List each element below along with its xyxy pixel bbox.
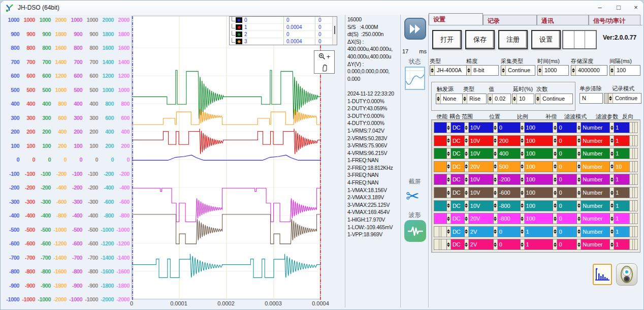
spinner-arrows[interactable] [553, 239, 557, 250]
channel-range[interactable]: 10V [469, 188, 493, 198]
spinner-arrows[interactable] [609, 122, 614, 133]
channel-enable-toggle[interactable] [434, 201, 446, 211]
channel-coupling[interactable]: DC [451, 174, 464, 184]
channel-position[interactable]: 500 [498, 162, 520, 172]
spinner-arrows[interactable] [436, 94, 441, 104]
record-mode-field[interactable]: Continue [608, 93, 641, 104]
spinner-arrows[interactable] [610, 66, 615, 75]
channel-filter-param[interactable]: 1 [614, 188, 629, 198]
channel-invert-toggle[interactable] [629, 122, 637, 133]
spinner-arrows[interactable] [464, 201, 469, 211]
channel-filter-param[interactable]: 1 [614, 227, 629, 237]
channel-filter-mode[interactable]: Number [581, 201, 609, 211]
spinner-arrows[interactable] [493, 148, 498, 159]
spinner-arrows[interactable] [512, 94, 517, 104]
channel-offset[interactable]: 0 [557, 239, 576, 250]
spinner-arrows[interactable] [538, 66, 542, 75]
channel-enable-toggle[interactable] [434, 136, 446, 146]
waveform-button[interactable] [404, 220, 426, 242]
legend-row[interactable]: ◆200 [230, 31, 337, 38]
channel-filter-mode[interactable]: Number [581, 122, 609, 133]
status-thumbnail[interactable] [405, 67, 425, 90]
spinner-arrows[interactable] [493, 174, 498, 184]
spinner-arrows[interactable] [493, 136, 498, 146]
spinner-arrows[interactable] [520, 239, 525, 250]
channel-coupling[interactable]: DC [451, 148, 464, 159]
spinner-arrows[interactable] [464, 136, 469, 146]
channel-position[interactable]: 0 [498, 239, 520, 250]
channel-offset[interactable]: 0 [557, 148, 576, 159]
acq-field-4[interactable]: 4000000 [571, 65, 607, 76]
settings-button[interactable]: 设置 [531, 30, 561, 49]
spinner-arrows[interactable] [493, 213, 498, 224]
channel-enable-toggle[interactable] [434, 188, 446, 198]
spinner-arrows[interactable] [553, 136, 557, 146]
spinner-arrows[interactable] [446, 162, 451, 172]
spinner-arrows[interactable] [464, 174, 469, 184]
channel-offset[interactable]: 0 [557, 174, 576, 184]
spinner-arrows[interactable] [576, 239, 581, 250]
spinner-arrows[interactable] [571, 66, 576, 75]
register-button[interactable]: 注册 [498, 30, 528, 49]
acq-field-2[interactable]: Continue [501, 65, 535, 76]
channel-scale[interactable]: 100 [525, 174, 553, 184]
spinner-arrows[interactable] [493, 201, 498, 211]
spinner-arrows[interactable] [536, 94, 540, 104]
channel-position[interactable]: 400 [498, 148, 520, 159]
spinner-arrows[interactable] [553, 148, 557, 159]
spinner-arrows[interactable] [609, 188, 614, 198]
acq-field-5[interactable]: 100 [609, 65, 640, 76]
spinner-arrows[interactable] [446, 227, 451, 237]
channel-range[interactable]: 2V [469, 239, 493, 250]
channel-filter-mode[interactable]: Number [581, 239, 609, 250]
channel-invert-toggle[interactable] [629, 201, 637, 211]
trigger-field-4[interactable]: Continue [535, 94, 573, 104]
tab-settings[interactable]: 设置 [429, 13, 483, 25]
maximize-button[interactable]: □ [610, 2, 627, 13]
spinner-arrows[interactable] [520, 213, 525, 224]
channel-coupling[interactable]: DC [451, 136, 464, 146]
channel-position[interactable]: -800 [498, 213, 520, 224]
fft-button[interactable] [593, 264, 612, 285]
spinner-arrows[interactable] [446, 148, 451, 159]
channel-filter-mode[interactable]: Number [581, 136, 609, 146]
channel-filter-mode[interactable]: Number [581, 188, 609, 198]
channel-position[interactable]: -200 [498, 174, 520, 184]
channel-filter-param[interactable]: 1 [614, 148, 629, 159]
channel-position[interactable]: 0 [498, 122, 520, 133]
channel-filter-mode[interactable]: Number [581, 213, 609, 224]
channel-range[interactable]: 20V [469, 213, 493, 224]
spinner-arrows[interactable] [464, 148, 469, 159]
spinner-arrows[interactable] [501, 66, 506, 75]
channel-enable-toggle[interactable] [434, 174, 446, 184]
channel-filter-param[interactable]: 1 [614, 239, 629, 250]
spinner-arrows[interactable] [576, 148, 581, 159]
channel-range[interactable]: 10V [469, 201, 493, 211]
waveform-canvas[interactable] [132, 16, 320, 299]
channel-range[interactable]: 10V [469, 122, 493, 133]
channel-scale[interactable]: 100 [525, 201, 553, 211]
channel-scale[interactable]: 1 [525, 239, 553, 250]
spinner-arrows[interactable] [446, 122, 451, 133]
spinner-arrows[interactable] [553, 174, 557, 184]
channel-invert-toggle[interactable] [629, 239, 637, 250]
channel-offset[interactable]: 0 [557, 122, 576, 133]
channel-scale[interactable]: 100 [525, 162, 553, 172]
spinner-arrows[interactable] [553, 227, 557, 237]
channel-scale[interactable]: 100 [525, 213, 553, 224]
channel-enable-toggle[interactable] [434, 213, 446, 224]
spinner-arrows[interactable] [609, 174, 614, 184]
channel-coupling[interactable]: DC [451, 162, 464, 172]
channel-range[interactable]: 20V [469, 162, 493, 172]
channel-offset[interactable]: 0 [557, 162, 576, 172]
spinner-arrows[interactable] [446, 174, 451, 184]
spinner-arrows[interactable] [576, 122, 581, 133]
spinner-arrows[interactable] [464, 239, 469, 250]
spinner-arrows[interactable] [609, 162, 614, 172]
channel-range[interactable]: 10V [469, 174, 493, 184]
spinner-arrows[interactable] [467, 66, 471, 75]
channel-invert-toggle[interactable] [629, 148, 637, 159]
channel-offset[interactable]: 0 [557, 201, 576, 211]
open-button[interactable]: 打开 [432, 30, 462, 49]
spinner-arrows[interactable] [576, 162, 581, 172]
